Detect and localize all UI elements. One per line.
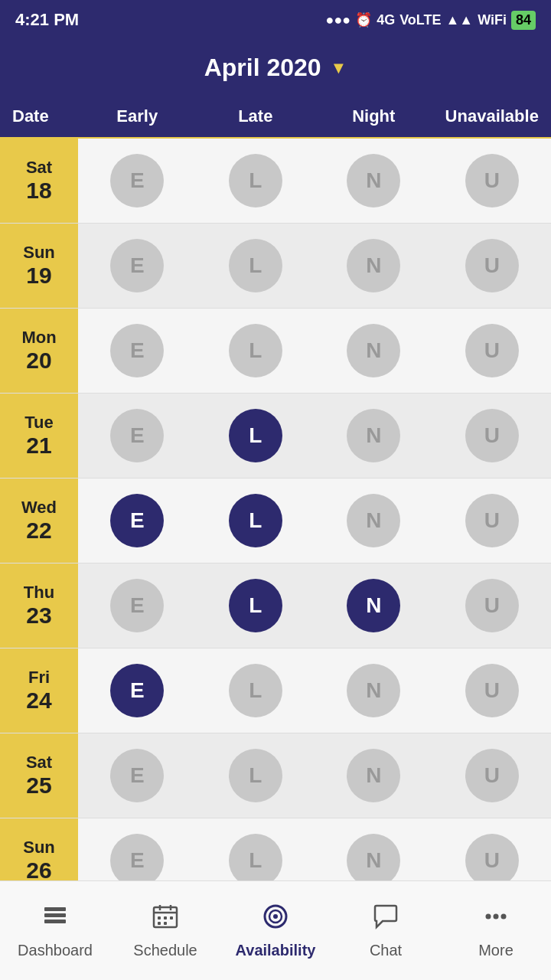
shift-circle-late[interactable]: L	[229, 494, 282, 547]
svg-point-15	[486, 913, 491, 919]
shift-circle-early[interactable]: E	[110, 494, 164, 547]
shift-cell-night[interactable]: N	[315, 834, 433, 887]
shift-circle-night[interactable]: N	[347, 494, 400, 547]
shift-cell-unavailable[interactable]: U	[433, 494, 552, 547]
bottom-navigation: Dashboard Schedule Avail	[0, 880, 551, 980]
shift-circle-unavailable[interactable]: U	[465, 239, 519, 292]
shift-cell-early[interactable]: E	[78, 834, 197, 887]
shift-circle-late[interactable]: L	[229, 239, 282, 292]
shift-circle-early[interactable]: E	[110, 834, 164, 887]
shift-circle-early[interactable]: E	[110, 579, 164, 632]
shift-cell-early[interactable]: E	[78, 324, 197, 377]
shift-cell-late[interactable]: L	[197, 834, 315, 887]
layers-icon	[41, 903, 69, 937]
nav-chat[interactable]: Chat	[331, 881, 441, 980]
shift-cell-night[interactable]: N	[315, 239, 433, 292]
shift-cell-night[interactable]: N	[315, 154, 433, 207]
month-header[interactable]: April 2020 ▼	[0, 40, 551, 96]
nav-availability-label: Availability	[236, 942, 316, 959]
shift-circle-unavailable[interactable]: U	[465, 494, 519, 547]
nav-more-label: More	[478, 942, 514, 959]
shift-circle-night[interactable]: N	[347, 324, 400, 377]
nav-availability[interactable]: Availability	[220, 881, 331, 980]
shift-cell-late[interactable]: L	[197, 749, 315, 802]
table-row: Fri 24 ELNU	[0, 648, 551, 733]
shift-cell-late[interactable]: L	[197, 579, 315, 632]
shift-cell-night[interactable]: N	[315, 579, 433, 632]
shift-cell-late[interactable]: L	[197, 494, 315, 547]
shift-circle-night[interactable]: N	[347, 409, 400, 462]
shift-cell-early[interactable]: E	[78, 494, 197, 547]
nav-schedule[interactable]: Schedule	[110, 881, 220, 980]
shift-cell-unavailable[interactable]: U	[433, 664, 552, 717]
svg-rect-9	[170, 916, 173, 920]
date-day-number: 21	[26, 433, 51, 459]
shift-circle-late[interactable]: L	[229, 409, 282, 462]
shift-cell-unavailable[interactable]: U	[433, 579, 552, 632]
date-day-name: Sat	[26, 158, 52, 178]
shift-cell-night[interactable]: N	[315, 324, 433, 377]
shift-cell-late[interactable]: L	[197, 324, 315, 377]
shift-cell-night[interactable]: N	[315, 494, 433, 547]
shift-circle-late[interactable]: L	[229, 834, 282, 887]
shift-cell-early[interactable]: E	[78, 409, 197, 462]
shift-cell-unavailable[interactable]: U	[433, 749, 552, 802]
col-early: Early	[78, 96, 197, 137]
shift-circle-unavailable[interactable]: U	[465, 324, 519, 377]
shift-cell-unavailable[interactable]: U	[433, 239, 552, 292]
shift-circle-night[interactable]: N	[347, 834, 400, 887]
shift-circle-night[interactable]: N	[347, 749, 400, 802]
shift-cell-late[interactable]: L	[197, 409, 315, 462]
shift-cell-late[interactable]: L	[197, 239, 315, 292]
shift-cell-late[interactable]: L	[197, 664, 315, 717]
date-day-name: Sun	[23, 838, 55, 858]
shift-circle-late[interactable]: L	[229, 324, 282, 377]
date-cell: Sun 19	[0, 224, 78, 308]
shift-circle-unavailable[interactable]: U	[465, 749, 519, 802]
nav-chat-label: Chat	[370, 942, 402, 959]
date-day-name: Sun	[23, 243, 55, 263]
shift-circle-late[interactable]: L	[229, 154, 282, 207]
shift-cell-unavailable[interactable]: U	[433, 324, 552, 377]
shift-circle-night[interactable]: N	[347, 239, 400, 292]
shift-circle-late[interactable]: L	[229, 749, 282, 802]
shift-cell-unavailable[interactable]: U	[433, 154, 552, 207]
shift-cell-night[interactable]: N	[315, 749, 433, 802]
shift-circle-early[interactable]: E	[110, 409, 164, 462]
shift-cell-early[interactable]: E	[78, 239, 197, 292]
shift-cell-late[interactable]: L	[197, 154, 315, 207]
nav-more[interactable]: More	[441, 881, 551, 980]
date-day-number: 20	[26, 348, 51, 374]
svg-rect-11	[164, 922, 167, 925]
shift-circle-unavailable[interactable]: U	[465, 579, 519, 632]
shift-cell-early[interactable]: E	[78, 749, 197, 802]
shift-circle-early[interactable]: E	[110, 154, 164, 207]
col-late: Late	[197, 96, 315, 137]
shift-circle-late[interactable]: L	[229, 664, 282, 717]
shift-circle-unavailable[interactable]: U	[465, 834, 519, 887]
shift-cell-unavailable[interactable]: U	[433, 834, 552, 887]
shift-circle-night[interactable]: N	[347, 154, 400, 207]
shift-circle-unavailable[interactable]: U	[465, 154, 519, 207]
shift-circle-night[interactable]: N	[347, 579, 400, 632]
shift-circle-early[interactable]: E	[110, 664, 164, 717]
date-cell: Fri 24	[0, 648, 78, 733]
shift-circle-late[interactable]: L	[229, 579, 282, 632]
shift-circle-early[interactable]: E	[110, 239, 164, 292]
shift-circle-early[interactable]: E	[110, 749, 164, 802]
shift-cell-early[interactable]: E	[78, 579, 197, 632]
shift-circle-unavailable[interactable]: U	[465, 409, 519, 462]
shift-cell-night[interactable]: N	[315, 409, 433, 462]
shift-cell-early[interactable]: E	[78, 154, 197, 207]
shift-cell-early[interactable]: E	[78, 664, 197, 717]
shift-circle-unavailable[interactable]: U	[465, 664, 519, 717]
date-day-name: Thu	[24, 583, 54, 603]
shift-circle-night[interactable]: N	[347, 664, 400, 717]
svg-point-16	[494, 913, 499, 919]
shift-circle-early[interactable]: E	[110, 324, 164, 377]
table-row: Sat 18 ELNU	[0, 139, 551, 224]
shift-cell-night[interactable]: N	[315, 664, 433, 717]
nav-dashboard[interactable]: Dashboard	[0, 881, 110, 980]
shift-cell-unavailable[interactable]: U	[433, 409, 552, 462]
nav-schedule-label: Schedule	[133, 942, 197, 959]
